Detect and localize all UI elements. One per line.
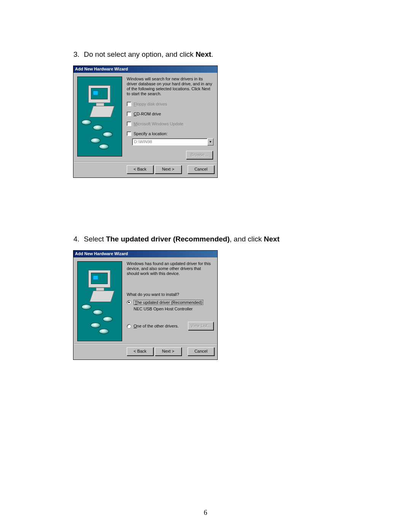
wizard-intro-text: Windows has found an updated driver for … xyxy=(127,261,213,276)
checkbox-floppy[interactable]: Floppy disk drives xyxy=(127,102,213,106)
checkbox-windows-update[interactable]: Microsoft Windows Update xyxy=(127,121,213,126)
cancel-button[interactable]: Cancel xyxy=(188,347,214,356)
wizard-dialog-1: Add New Hardware Wizard Windows will sea… xyxy=(73,66,218,178)
step-text: Select xyxy=(84,235,106,243)
step-text-bold: Next xyxy=(196,50,211,58)
radio-updated-driver[interactable]: The updated driver (Recommended) xyxy=(127,300,213,305)
dialog-footer: < BackNext > Cancel xyxy=(73,162,217,177)
checkbox-specify-location[interactable]: Specify a location: xyxy=(127,131,213,136)
step-text: Do not select any option, and click xyxy=(84,50,196,58)
step-text-tail: . xyxy=(211,50,213,58)
back-button[interactable]: < Back xyxy=(127,347,153,356)
dialog-titlebar: Add New Hardware Wizard xyxy=(73,66,217,73)
dialog-titlebar: Add New Hardware Wizard xyxy=(73,251,217,257)
back-button[interactable]: < Back xyxy=(127,165,153,174)
dropdown-button[interactable]: ▼ xyxy=(207,138,213,145)
step-text-bold-2: Next xyxy=(264,235,279,243)
driver-name: NEC USB Open Host Controller xyxy=(134,307,213,311)
browse-button[interactable]: Browse... xyxy=(186,151,213,159)
next-button[interactable]: Next > xyxy=(155,165,182,174)
radio-label: The updated driver (Recommended) xyxy=(134,300,203,305)
checkbox-icon xyxy=(127,131,131,136)
chevron-down-icon: ▼ xyxy=(209,140,212,144)
checkbox-label: CD-ROM drive xyxy=(134,112,161,116)
checkbox-label: Microsoft Windows Update xyxy=(134,121,183,126)
dialog-footer: < BackNext > Cancel xyxy=(73,344,217,359)
install-prompt: What do you want to install? xyxy=(127,292,213,297)
radio-icon xyxy=(127,300,131,305)
page-number: 6 xyxy=(204,509,207,517)
wizard-illustration xyxy=(77,77,122,157)
next-button[interactable]: Next > xyxy=(155,347,182,356)
location-combo[interactable]: D:\WIN98 ▼ xyxy=(132,138,213,145)
checkbox-icon xyxy=(127,112,131,116)
instruction-step-3: 3. Do not select any option, and click N… xyxy=(73,50,352,59)
dialog-body: Windows has found an updated driver for … xyxy=(73,257,217,343)
checkbox-label: Specify a location: xyxy=(134,131,167,136)
cancel-button[interactable]: Cancel xyxy=(188,165,214,174)
wizard-intro-text: Windows will search for new drivers in i… xyxy=(127,77,213,96)
checkbox-icon xyxy=(127,102,131,106)
checkbox-label: Floppy disk drives xyxy=(134,102,167,106)
step-text-mid: , and click xyxy=(230,235,264,243)
checkbox-cdrom[interactable]: CD-ROM drive xyxy=(127,112,213,116)
step-text-bold: The updated driver (Recommended) xyxy=(106,235,229,243)
view-list-button[interactable]: View List... xyxy=(188,322,213,330)
radio-other-drivers[interactable]: One of the other drivers. xyxy=(127,324,179,329)
wizard-content: Windows will search for new drivers in i… xyxy=(127,77,213,159)
radio-label: One of the other drivers. xyxy=(134,324,179,328)
wizard-illustration xyxy=(77,261,122,341)
radio-icon xyxy=(127,324,131,329)
location-input[interactable]: D:\WIN98 xyxy=(132,138,207,145)
checkbox-icon xyxy=(127,121,131,126)
dialog-body: Windows will search for new drivers in i… xyxy=(73,73,217,161)
instruction-step-4: 4. Select The updated driver (Recommende… xyxy=(73,235,352,243)
monitor-icon xyxy=(88,270,110,288)
wizard-dialog-2: Add New Hardware Wizard Windows has foun… xyxy=(73,250,218,360)
step-number: 3. xyxy=(73,50,82,59)
wizard-content: Windows has found an updated driver for … xyxy=(127,261,213,341)
step-number: 4. xyxy=(73,235,82,243)
monitor-icon xyxy=(88,85,110,103)
document-page: 3. Do not select any option, and click N… xyxy=(63,50,352,360)
